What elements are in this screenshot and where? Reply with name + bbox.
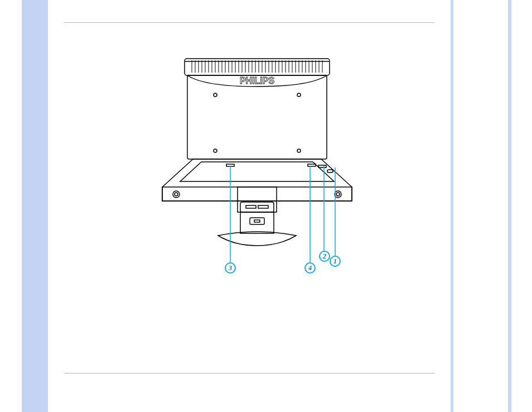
sidebar-accent-right-outer	[508, 0, 511, 412]
sidebar-accent-right-inner	[451, 0, 453, 412]
sidebar-accent-left	[22, 0, 48, 412]
monitor-rear-diagram: PHILIPS 1 2 3 4	[120, 56, 380, 285]
content-area: PHILIPS 1 2 3 4	[48, 0, 451, 412]
callout-1: 1	[330, 256, 341, 267]
page: PHILIPS 1 2 3 4	[0, 0, 532, 412]
divider-bottom	[64, 373, 434, 373]
callout-4: 4	[304, 262, 316, 274]
callout-2: 2	[319, 251, 330, 262]
callout-layer: 1 2 3 4	[120, 56, 380, 285]
divider-top	[64, 22, 434, 23]
callout-3: 3	[225, 262, 236, 274]
